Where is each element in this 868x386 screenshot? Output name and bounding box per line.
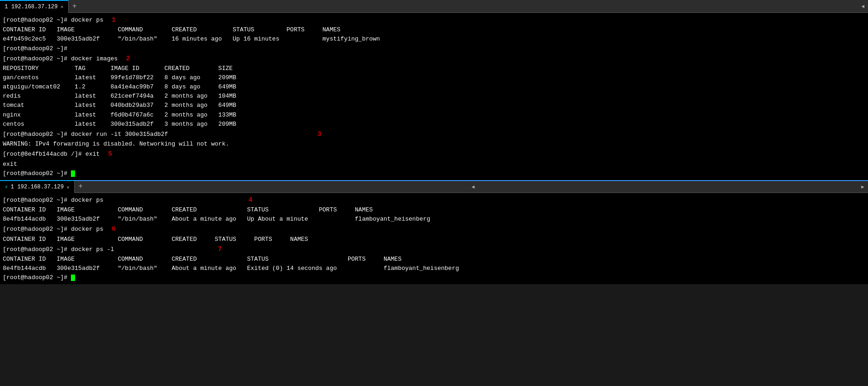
- bot-line-1: [root@hadoop02 ~]# docker ps 4: [3, 195, 865, 205]
- bot-line-2: CONTAINER ID IMAGE COMMAND CREATED STATU…: [3, 205, 865, 215]
- bottom-tab-label: 1 192.168.37.129: [11, 184, 64, 190]
- bottom-tab-close[interactable]: ✕: [66, 184, 70, 190]
- line-11: nginx latest f6d0b4767a6c 2 months ago 1…: [3, 111, 865, 120]
- line-14: WARNING: IPv4 forwarding is disabled. Ne…: [3, 140, 865, 149]
- bot-line-9: [root@hadoop02 ~]#: [3, 273, 865, 282]
- top-scroll-right: ◀: [861, 3, 868, 9]
- line-6: REPOSITORY TAG IMAGE ID CREATED SIZE: [3, 64, 865, 73]
- bottom-tab-icon: ⚡: [5, 184, 8, 191]
- line-2: CONTAINER ID IMAGE COMMAND CREATED STATU…: [3, 25, 865, 35]
- bottom-tab-item[interactable]: ⚡ 1 192.168.37.129 ✕: [0, 180, 75, 193]
- bot-line-8: 8e4fb144acdb 300e315adb2f "/bin/bash" Ab…: [3, 264, 865, 273]
- bottom-terminal-content: [root@hadoop02 ~]# docker ps 4 CONTAINER…: [0, 193, 868, 285]
- bottom-tab-bar: ⚡ 1 192.168.37.129 ✕ + ◀ ▶: [0, 180, 868, 193]
- bottom-cursor: [71, 275, 75, 281]
- top-tab-close[interactable]: ✕: [60, 4, 64, 10]
- top-tab-item[interactable]: 1 192.168.37.129 ✕: [0, 0, 69, 13]
- line-13: [root@hadoop02 ~]# docker run -it 300e31…: [3, 129, 865, 140]
- terminal-window: 1 192.168.37.129 ✕ + ◀ [root@hadoop02 ~]…: [0, 0, 868, 284]
- line-8: atguigu/tomcat02 1.2 8a41e4ac99b7 8 days…: [3, 82, 865, 92]
- bot-line-5: CONTAINER ID IMAGE COMMAND CREATED STATU…: [3, 235, 865, 244]
- top-tab-label: 1 192.168.37.129: [5, 4, 58, 10]
- line-1: [root@hadoop02 ~]# docker ps 1: [3, 15, 865, 25]
- line-7: gan/centos latest 99fe1d78bf22 8 days ag…: [3, 73, 865, 82]
- bot-line-4: [root@hadoop02 ~]# docker ps 6: [3, 224, 865, 234]
- top-tab-add[interactable]: +: [69, 0, 81, 12]
- line-9: redis latest 621ceef7494a 2 months ago 1…: [3, 92, 865, 101]
- top-terminal-content: [root@hadoop02 ~]# docker ps 1 CONTAINER…: [0, 13, 868, 180]
- bot-line-3: 8e4fb144acdb 300e315adb2f "/bin/bash" Ab…: [3, 215, 865, 224]
- line-17: [root@hadoop02 ~]#: [3, 169, 865, 178]
- line-15: [root@8e4fb144acdb /]# exit 5: [3, 149, 865, 159]
- bottom-scroll-left: ◀: [472, 184, 477, 190]
- bot-line-7: CONTAINER ID IMAGE COMMAND CREATED STATU…: [3, 255, 865, 264]
- bottom-tab-add[interactable]: +: [75, 181, 87, 193]
- line-4: [root@hadoop02 ~]#: [3, 44, 865, 53]
- line-5: [root@hadoop02 ~]# docker images 2: [3, 53, 865, 64]
- top-tab-bar: 1 192.168.37.129 ✕ + ◀: [0, 0, 868, 13]
- line-12: centos latest 300e315adb2f 3 months ago …: [3, 120, 865, 129]
- top-cursor: [71, 170, 75, 177]
- line-3: e4fb459c2ec5 300e315adb2f "/bin/bash" 16…: [3, 35, 865, 44]
- bot-line-6: [root@hadoop02 ~]# docker ps -l 7: [3, 244, 865, 255]
- line-10: tomcat latest 040bdb29ab37 2 months ago …: [3, 101, 865, 110]
- line-16: exit: [3, 160, 865, 169]
- bottom-scroll-right: ▶: [861, 184, 868, 190]
